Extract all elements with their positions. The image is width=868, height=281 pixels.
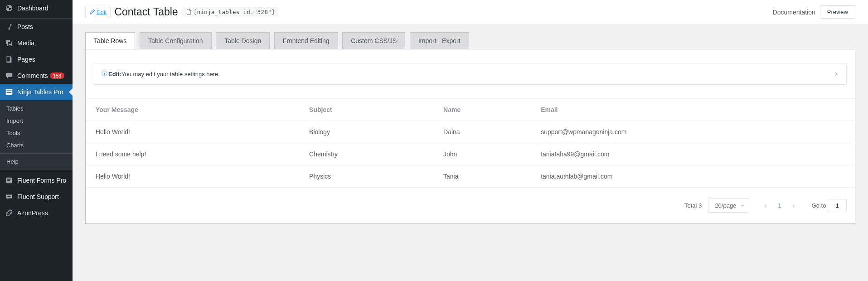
edit-settings-strip[interactable]: ⓘ Edit: You may edit your table settings… [94,63,847,85]
page-header: Edit Contact Table [ninja_tables id="328… [73,0,868,24]
subitem-charts[interactable]: Charts [0,139,73,151]
subitem-import[interactable]: Import [0,115,73,127]
tab-custom-css-js[interactable]: Custom CSS/JS [342,32,405,49]
goto-input[interactable] [828,199,847,212]
col-header-email[interactable]: Email [534,99,855,121]
cell-subject: Biology [303,121,437,143]
svg-rect-5 [7,180,10,181]
cell-name: Tania [437,165,534,188]
current-page[interactable]: 1 [773,199,786,212]
subitem-tables[interactable]: Tables [0,102,73,115]
cell-subject: Chemistry [303,143,437,165]
comment-icon [5,71,14,80]
edit-title-button[interactable]: Edit [85,7,111,17]
sidebar-item-ninja-tables[interactable]: Ninja Tables Pro [0,84,73,100]
sidebar-item-label: Posts [17,23,33,30]
page-size-select[interactable]: 20/page [708,199,749,213]
edit-label: Edit [97,9,107,15]
info-icon: ⓘ [102,70,107,78]
sidebar-item-azonpress[interactable]: AzonPress [0,205,73,221]
sidebar-item-label: Ninja Tables Pro [17,88,63,96]
link-icon [5,208,14,218]
dashboard-icon [5,4,14,13]
cell-name: John [437,143,534,165]
table-row[interactable]: Hello World! Biology Daina support@wpman… [86,121,855,143]
subitem-help[interactable]: Help [0,155,73,168]
cell-message: I need some help! [86,143,303,165]
sidebar-item-comments[interactable]: Comments 153 [0,68,73,84]
svg-rect-4 [7,179,11,179]
page-title: Contact Table [114,6,178,18]
next-page-button[interactable] [786,199,801,212]
pages-icon [5,55,14,64]
support-icon [5,192,14,201]
table-footer: Total 3 20/page 1 Go to [86,188,855,223]
data-table: Your Message Subject Name Email Hello Wo… [86,98,855,188]
tab-import-export[interactable]: Import - Export [410,32,469,49]
main-content: Edit Contact Table [ninja_tables id="328… [73,0,868,224]
total-count: Total 3 [684,202,702,209]
table-row[interactable]: Hello World! Physics Tania tania.authlab… [86,165,855,188]
preview-button[interactable]: Preview [820,5,855,19]
col-header-name[interactable]: Name [437,99,534,121]
comments-count-badge: 153 [50,73,64,79]
form-icon [5,176,14,185]
pin-icon [5,22,14,31]
chevron-right-icon [834,71,839,78]
cell-subject: Physics [303,165,437,188]
cell-email: taniataha99@gmail.com [534,143,855,165]
sidebar-item-label: Media [17,39,34,47]
tab-table-configuration[interactable]: Table Configuration [140,32,212,49]
sidebar-item-fluent-forms[interactable]: Fluent Forms Pro [0,172,73,189]
cell-email: support@wpmanageninja.com [534,121,855,143]
cell-message: Hello World! [86,165,303,188]
document-icon [185,9,192,15]
table-icon [5,87,14,97]
cell-message: Hello World! [86,121,303,143]
table-row[interactable]: I need some help! Chemistry John taniata… [86,143,855,165]
col-header-subject[interactable]: Subject [303,99,437,121]
sidebar-item-fluent-support[interactable]: Fluent Support [0,189,73,205]
sidebar-item-label: Pages [17,56,35,63]
sidebar-item-dashboard[interactable]: Dashboard [0,0,73,16]
table-header-row: Your Message Subject Name Email [86,99,855,121]
pager: 1 [758,199,800,212]
pencil-icon [89,9,95,15]
svg-rect-1 [7,90,12,91]
tab-table-rows[interactable]: Table Rows [85,32,135,49]
sidebar-item-label: Comments [17,72,48,79]
cell-name: Daina [437,121,534,143]
tab-bar: Table Rows Table Configuration Table Des… [73,24,868,49]
goto-wrapper: Go to [812,199,847,212]
col-header-message[interactable]: Your Message [86,99,303,121]
tab-table-design[interactable]: Table Design [216,32,270,49]
info-text: You may edit your table settings here. [121,71,220,78]
sidebar-item-label: Fluent Forms Pro [17,177,66,184]
info-prefix: Edit: [108,71,121,78]
sidebar-item-posts[interactable]: Posts [0,19,73,35]
page-size-value: 20/page [715,202,736,209]
sidebar-item-media[interactable]: Media [0,35,73,51]
chevron-right-icon [791,204,796,208]
sidebar-item-label: Dashboard [17,5,48,12]
svg-rect-6 [7,196,10,197]
subitem-tools[interactable]: Tools [0,127,73,139]
svg-rect-2 [7,92,12,93]
tab-body: ⓘ Edit: You may edit your table settings… [85,49,855,224]
admin-sidebar: Dashboard Posts Media Pages Comments 153… [0,0,73,224]
tab-frontend-editing[interactable]: Frontend Editing [274,32,338,49]
shortcode-text: [ninja_tables id="328"] [194,9,275,15]
sidebar-item-pages[interactable]: Pages [0,51,73,68]
goto-label: Go to [812,202,826,209]
shortcode-display[interactable]: [ninja_tables id="328"] [183,7,278,17]
prev-page-button[interactable] [758,199,773,212]
chevron-left-icon [763,204,768,208]
sidebar-item-label: AzonPress [17,209,48,217]
sidebar-item-label: Fluent Support [17,193,59,200]
media-icon [5,39,14,48]
documentation-link[interactable]: Documentation [773,9,815,16]
ninja-tables-submenu: Tables Import Tools Charts Help [0,100,73,170]
cell-email: tania.authlab@gmail.com [534,165,855,188]
